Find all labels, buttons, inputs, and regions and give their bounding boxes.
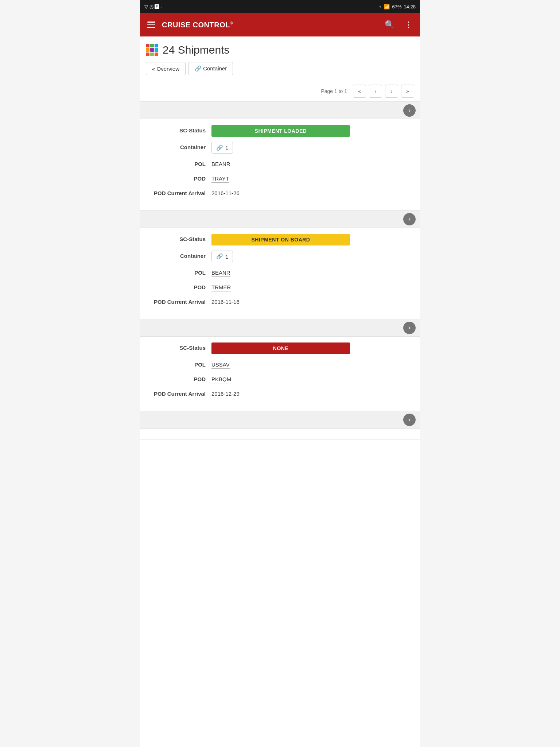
pod-value: TRAYT bbox=[211, 173, 229, 183]
shipment-list: ›SC-StatusSHIPMENT LOADEDContainer🔗1POLB… bbox=[140, 102, 420, 440]
grid-icon-cell bbox=[146, 53, 149, 56]
pod-arrival-label: POD Current Arrival bbox=[146, 388, 211, 397]
nav-tabs: « Overview 🔗 Container bbox=[146, 62, 414, 81]
page-title-row: 24 Shipments bbox=[146, 44, 414, 56]
container-icon: 🔗 bbox=[216, 144, 223, 151]
app-title: CRUISE CONTROL® bbox=[162, 21, 233, 29]
pod-arrival-row: POD Current Arrival2016-11-16 bbox=[146, 297, 414, 305]
pod-label: POD bbox=[146, 374, 211, 382]
shipment-card: ›SC-StatusSHIPMENT LOADEDContainer🔗1POLB… bbox=[140, 102, 420, 210]
pod-value: TRMER bbox=[211, 282, 231, 291]
more-button[interactable]: ⋮ bbox=[403, 19, 414, 30]
sc-status-label: SC-Status bbox=[146, 125, 211, 133]
pod-arrival-value: 2016-12-29 bbox=[211, 388, 240, 397]
pol-value: BEANR bbox=[211, 159, 230, 168]
status-badge: NONE bbox=[211, 342, 350, 354]
battery-percent: 67% bbox=[392, 4, 401, 9]
status-bar: ▽ ◎ 🅵 · ⌁ 📶 67% 14:28 bbox=[140, 0, 420, 13]
tab-container[interactable]: 🔗 Container bbox=[188, 62, 233, 75]
sc-status-label: SC-Status bbox=[146, 234, 211, 242]
shipment-card-body: SC-StatusNONEPOLUSSAVPODPKBQMPOD Current… bbox=[140, 337, 420, 411]
container-icon: 🔗 bbox=[216, 253, 223, 260]
pol-label: POL bbox=[146, 267, 211, 276]
tab-overview[interactable]: « Overview bbox=[146, 62, 186, 75]
shipment-card-header: › bbox=[140, 210, 420, 228]
shipment-card-body: SC-StatusSHIPMENT LOADEDContainer🔗1POLBE… bbox=[140, 119, 420, 210]
shipment-card-header: › bbox=[140, 319, 420, 337]
shipment-card-header: › bbox=[140, 411, 420, 429]
prev-page-button[interactable]: ‹ bbox=[369, 85, 382, 98]
app-bar-right: 🔍 ⋮ bbox=[383, 19, 414, 30]
page-title: 24 Shipments bbox=[163, 44, 229, 56]
pol-row: POLUSSAV bbox=[146, 359, 414, 369]
container-badge[interactable]: 🔗1 bbox=[211, 142, 233, 154]
pod-arrival-label: POD Current Arrival bbox=[146, 188, 211, 196]
container-badge[interactable]: 🔗1 bbox=[211, 251, 233, 262]
pol-row: POLBEANR bbox=[146, 267, 414, 277]
shipment-card-header: › bbox=[140, 102, 420, 119]
pod-arrival-label: POD Current Arrival bbox=[146, 297, 211, 305]
page-header: 24 Shipments « Overview 🔗 Container bbox=[140, 36, 420, 81]
hamburger-icon bbox=[147, 22, 155, 28]
shipment-expand-button[interactable]: › bbox=[403, 104, 416, 117]
status-bar-left: ▽ ◎ 🅵 · bbox=[144, 4, 162, 9]
last-page-button[interactable]: » bbox=[401, 85, 414, 98]
pol-label: POL bbox=[146, 159, 211, 167]
pod-row: PODTRAYT bbox=[146, 173, 414, 183]
page-info: Page 1 to 1 bbox=[321, 88, 347, 94]
grid-icon-cell bbox=[155, 48, 158, 52]
menu-button[interactable] bbox=[146, 20, 157, 30]
pagination-row: Page 1 to 1 « ‹ › » bbox=[140, 81, 420, 102]
pod-label: POD bbox=[146, 282, 211, 290]
grid-icon-cell bbox=[150, 53, 154, 56]
sc-status-row: SC-StatusNONE bbox=[146, 342, 414, 354]
pol-label: POL bbox=[146, 359, 211, 368]
main-content: 24 Shipments « Overview 🔗 Container Page… bbox=[140, 36, 420, 747]
shipment-expand-button[interactable]: › bbox=[403, 213, 416, 225]
grid-icon-cell bbox=[155, 44, 158, 47]
shipment-card: ›SC-StatusSHIPMENT ON BOARDContainer🔗1PO… bbox=[140, 210, 420, 319]
search-button[interactable]: 🔍 bbox=[383, 19, 396, 30]
shipment-expand-button[interactable]: › bbox=[403, 322, 416, 334]
grid-icon-cell bbox=[146, 48, 149, 52]
pod-arrival-row: POD Current Arrival2016-12-29 bbox=[146, 388, 414, 397]
status-bar-right: ⌁ 📶 67% 14:28 bbox=[379, 4, 416, 9]
clock: 14:28 bbox=[404, 4, 416, 9]
pod-arrival-value: 2016-11-16 bbox=[211, 297, 240, 305]
pod-arrival-row: POD Current Arrival2016-11-26 bbox=[146, 188, 414, 196]
pod-row: PODPKBQM bbox=[146, 374, 414, 383]
app-bar-left: CRUISE CONTROL® bbox=[146, 20, 233, 30]
status-badge: SHIPMENT LOADED bbox=[211, 125, 350, 137]
grid-icon bbox=[146, 44, 158, 56]
pod-label: POD bbox=[146, 173, 211, 182]
status-badge: SHIPMENT ON BOARD bbox=[211, 234, 350, 245]
notification-icons: ▽ ◎ 🅵 · bbox=[144, 4, 162, 9]
container-label: Container bbox=[146, 251, 211, 259]
grid-icon-cell bbox=[155, 53, 158, 56]
shipment-card: ›SC-StatusNONEPOLUSSAVPODPKBQMPOD Curren… bbox=[140, 319, 420, 411]
container-count: 1 bbox=[225, 253, 228, 260]
sc-status-label: SC-Status bbox=[146, 342, 211, 351]
grid-icon-cell bbox=[146, 44, 149, 47]
container-row: Container🔗1 bbox=[146, 251, 414, 262]
app-bar: CRUISE CONTROL® 🔍 ⋮ bbox=[140, 13, 420, 36]
shipment-card-body: SC-StatusSHIPMENT ON BOARDContainer🔗1POL… bbox=[140, 228, 420, 319]
shipment-card-empty-body bbox=[140, 429, 420, 440]
pod-value: PKBQM bbox=[211, 374, 231, 383]
next-page-button[interactable]: › bbox=[385, 85, 398, 98]
container-row: Container🔗1 bbox=[146, 142, 414, 154]
grid-icon-cell bbox=[150, 48, 154, 52]
bluetooth-icon: ⌁ bbox=[379, 4, 382, 9]
pol-row: POLBEANR bbox=[146, 159, 414, 168]
sc-status-row: SC-StatusSHIPMENT LOADED bbox=[146, 125, 414, 137]
shipment-expand-button[interactable]: › bbox=[403, 414, 416, 426]
shipment-card: › bbox=[140, 411, 420, 440]
sc-status-row: SC-StatusSHIPMENT ON BOARD bbox=[146, 234, 414, 245]
container-count: 1 bbox=[225, 145, 228, 151]
container-label: Container bbox=[146, 142, 211, 150]
first-page-button[interactable]: « bbox=[353, 85, 366, 98]
pod-arrival-value: 2016-11-26 bbox=[211, 188, 240, 196]
wifi-icon: 📶 bbox=[384, 4, 390, 9]
pod-row: PODTRMER bbox=[146, 282, 414, 291]
pol-value: BEANR bbox=[211, 267, 230, 277]
